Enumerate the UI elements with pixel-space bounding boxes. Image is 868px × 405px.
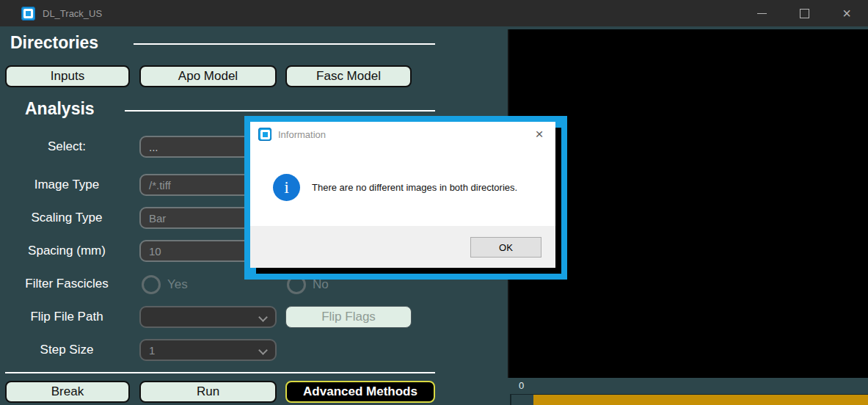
dialog-titlebar: Information × [250,122,555,147]
scaling-type-label: Scaling Type [0,209,134,227]
directories-divider [134,43,435,45]
app-window: DL_Track_US × Directories Inputs Apo Mod… [0,0,868,405]
analysis-divider [125,110,435,112]
filter-fascicles-label: Filter Fascicles [0,275,134,293]
window-title: DL_Track_US [43,8,102,19]
app-icon [21,7,35,21]
app-icon-glyph [23,9,33,18]
information-dialog-highlight-frame: Information × i There are no different i… [244,116,567,280]
flip-file-path-combobox[interactable] [139,306,277,328]
information-dialog: Information × i There are no different i… [250,122,555,268]
step-size-label: Step Size [0,341,134,359]
close-button[interactable]: × [825,0,868,26]
inputs-button[interactable]: Inputs [5,65,130,87]
chevron-down-icon [258,346,268,355]
info-icon: i [273,174,300,201]
chevron-down-icon [258,313,268,322]
select-label: Select: [0,138,134,156]
info-icon-glyph: i [284,178,289,197]
progress-bar-indicator [510,395,533,405]
minimize-icon [757,13,767,14]
dialog-close-button[interactable]: × [523,122,555,147]
spacing-label: Spacing (mm) [0,242,134,260]
progress-value-label: 0 [519,380,524,391]
step-size-combobox[interactable]: 1 [139,339,277,361]
dialog-title: Information [278,129,326,140]
progress-bar [510,394,868,405]
fasc-model-button[interactable]: Fasc Model [285,65,412,87]
flip-file-path-label: Flip File Path [0,308,134,326]
apo-model-button[interactable]: Apo Model [139,65,277,87]
image-type-label: Image Type [0,176,134,194]
dialog-message: There are no different images in both di… [312,182,517,193]
maximize-button[interactable] [783,0,825,26]
flip-flags-button[interactable]: Flip Flags [285,306,412,328]
analysis-heading: Analysis [25,99,95,119]
window-controls: × [740,0,868,26]
progress-bar-trough [533,395,868,405]
close-icon: × [842,6,851,21]
ok-button[interactable]: OK [470,237,541,258]
step-size-value: 1 [149,344,155,357]
break-button[interactable]: Break [5,381,130,403]
directories-heading: Directories [10,33,98,53]
minimize-button[interactable] [740,0,783,26]
filter-yes-label: Yes [167,276,188,293]
advanced-methods-button[interactable]: Advanced Methods [285,381,435,403]
dialog-app-icon [258,128,271,141]
close-icon: × [535,126,543,142]
dialog-app-icon-glyph [260,130,270,139]
run-button[interactable]: Run [139,381,277,403]
actions-divider [5,372,435,373]
filter-yes-radio[interactable] [142,275,161,294]
maximize-icon [800,9,809,18]
window-titlebar: DL_Track_US × [0,0,868,26]
dialog-footer: OK [250,226,555,268]
